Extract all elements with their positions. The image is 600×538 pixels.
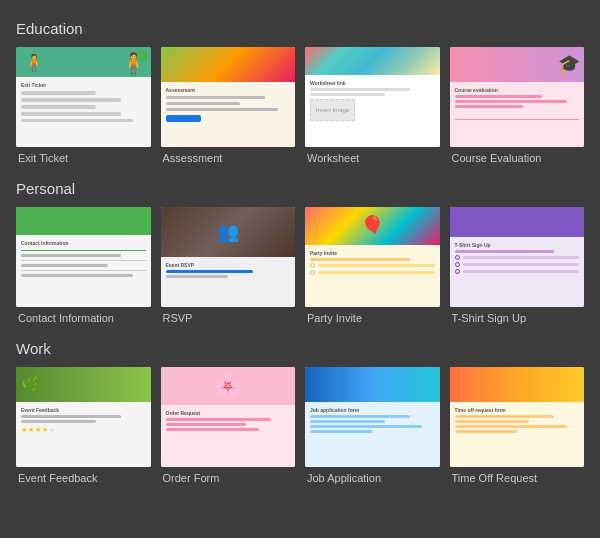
education-section: Education 🧍 Exit Ticket xyxy=(16,20,584,164)
thumb-line xyxy=(21,112,121,116)
education-title: Education xyxy=(16,20,584,37)
card-label: Exit Ticket xyxy=(16,152,151,164)
thumb-link xyxy=(166,270,253,273)
thumb-radio-row xyxy=(310,263,435,268)
card-exit-ticket[interactable]: 🧍 Exit Ticket Exit Ticket xyxy=(16,47,151,164)
thumb-stars: ★ ★ ★ ★ ★ xyxy=(21,426,146,434)
thumb-line xyxy=(21,274,133,277)
thumb-header-img: 🎈 xyxy=(305,207,440,245)
thumb-radio-row xyxy=(455,269,580,274)
card-tshirt-signup[interactable]: T-Shirt Sign Up xyxy=(450,207,585,324)
personal-grid: Contact Information Contact Information xyxy=(16,207,584,324)
card-label: Worksheet xyxy=(305,152,440,164)
thumb-line xyxy=(166,108,278,111)
thumb-line xyxy=(166,275,228,278)
card-label: Contact Information xyxy=(16,312,151,324)
thumb-divider xyxy=(21,260,146,261)
thumb-line xyxy=(21,98,121,102)
card-label: T-Shirt Sign Up xyxy=(450,312,585,324)
card-label: Party Invite xyxy=(305,312,440,324)
card-time-off-request[interactable]: Time off request form Time Off Request xyxy=(450,367,585,484)
personal-title: Personal xyxy=(16,180,584,197)
thumb-line xyxy=(21,420,96,423)
thumb-line xyxy=(310,420,385,423)
thumb-header: 🧍 xyxy=(16,47,151,77)
card-label: Assessment xyxy=(161,152,296,164)
card-label: Job Application xyxy=(305,472,440,484)
thumb-divider xyxy=(21,270,146,271)
card-order-form[interactable]: 🌸 Order Request Order Form xyxy=(161,367,296,484)
thumb-header-img: 🎓 xyxy=(450,47,585,82)
thumb-line xyxy=(310,258,410,261)
thumb-line xyxy=(21,254,121,257)
card-job-application[interactable]: Job application form Job Application xyxy=(305,367,440,484)
thumb-line xyxy=(455,250,555,253)
thumb-line xyxy=(455,95,542,98)
thumb-rating xyxy=(455,112,580,120)
thumb-header-img xyxy=(450,367,585,402)
work-grid: 🌿 Event Feedback ★ ★ ★ ★ ★ xyxy=(16,367,584,484)
thumb-line xyxy=(21,415,121,418)
card-label: Course Evaluation xyxy=(450,152,585,164)
thumb-line xyxy=(455,415,555,418)
card-label: RSVP xyxy=(161,312,296,324)
thumb-header xyxy=(16,207,151,235)
thumb-line xyxy=(310,93,385,96)
education-grid: 🧍 Exit Ticket Exit Ticket xyxy=(16,47,584,164)
card-label: Order Form xyxy=(161,472,296,484)
thumb-line xyxy=(455,105,523,108)
card-label: Time Off Request xyxy=(450,472,585,484)
thumb-header-img xyxy=(305,47,440,75)
thumb-line xyxy=(166,418,272,421)
thumb-image-placeholder: Insert Image xyxy=(310,99,355,121)
card-event-feedback[interactable]: 🌿 Event Feedback ★ ★ ★ ★ ★ xyxy=(16,367,151,484)
thumb-line xyxy=(455,430,517,433)
thumb-radio-row xyxy=(455,262,580,267)
card-assessment[interactable]: Assessment Assessment xyxy=(161,47,296,164)
card-label: Event Feedback xyxy=(16,472,151,484)
thumb-line xyxy=(166,96,266,99)
card-worksheet[interactable]: Worksheet link Insert Image Worksheet xyxy=(305,47,440,164)
thumb-line xyxy=(310,425,422,428)
thumb-line xyxy=(21,105,96,109)
thumb-line xyxy=(166,428,259,431)
card-rsvp[interactable]: 👥 Event RSVP RSVP xyxy=(161,207,296,324)
work-title: Work xyxy=(16,340,584,357)
card-course-evaluation[interactable]: 🎓 Course evaluation Course Evaluation xyxy=(450,47,585,164)
thumb-line xyxy=(455,425,567,428)
thumb-header-img: 🌸 xyxy=(161,367,296,405)
thumb-btn xyxy=(166,115,201,122)
thumb-line xyxy=(455,100,567,103)
thumb-header-img xyxy=(161,47,296,82)
thumb-line xyxy=(310,430,372,433)
thumb-divider xyxy=(21,250,146,251)
thumb-line xyxy=(455,420,530,423)
thumb-header-img xyxy=(305,367,440,402)
thumb-header-img: 👥 xyxy=(161,207,296,257)
thumb-radio-row xyxy=(455,255,580,260)
thumb-line xyxy=(310,415,410,418)
thumb-line xyxy=(21,264,108,267)
thumb-line xyxy=(21,91,96,95)
thumb-line xyxy=(21,119,133,122)
thumb-line xyxy=(166,423,247,426)
work-section: Work 🌿 Event Feedback ★ ★ ★ xyxy=(16,340,584,484)
thumb-header-img: 🌿 xyxy=(16,367,151,402)
personal-section: Personal Contact Information C xyxy=(16,180,584,324)
thumb-radio-row xyxy=(310,270,435,275)
thumb-header xyxy=(450,207,585,237)
thumb-line xyxy=(166,102,241,105)
card-contact-information[interactable]: Contact Information Contact Information xyxy=(16,207,151,324)
card-party-invite[interactable]: 🎈 Party Invite xyxy=(305,207,440,324)
thumb-line xyxy=(310,88,410,91)
